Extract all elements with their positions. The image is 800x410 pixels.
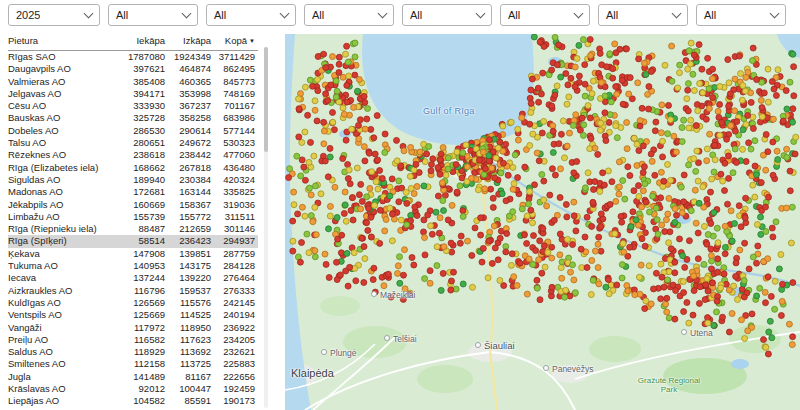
stop-dot[interactable] (754, 260, 760, 266)
stop-dot[interactable] (679, 210, 685, 216)
stop-dot[interactable] (612, 41, 618, 47)
stop-dot[interactable] (323, 91, 329, 97)
stop-dot[interactable] (691, 273, 697, 279)
stop-dot[interactable] (301, 164, 307, 170)
stop-dot[interactable] (634, 141, 640, 147)
cell-iekapa[interactable]: 116582 (120, 334, 168, 346)
stop-dot[interactable] (620, 101, 626, 107)
stop-dot[interactable] (766, 194, 772, 200)
stop-dot[interactable] (318, 191, 324, 197)
stop-dot[interactable] (557, 195, 563, 201)
stop-dot[interactable] (480, 149, 486, 155)
cell-pietura[interactable]: Jelgavas AO (8, 88, 120, 100)
stop-dot[interactable] (429, 162, 435, 168)
stop-dot[interactable] (619, 275, 625, 281)
stop-dot[interactable] (722, 160, 728, 166)
stop-dot[interactable] (429, 231, 435, 237)
stop-dot[interactable] (677, 70, 683, 76)
stop-dot[interactable] (307, 77, 313, 83)
cell-iekapa[interactable]: 58514 (120, 235, 168, 247)
stop-dot[interactable] (643, 72, 649, 78)
stop-dot[interactable] (609, 179, 615, 185)
stop-dot[interactable] (595, 151, 601, 157)
stop-dot[interactable] (497, 278, 503, 284)
cell-pietura[interactable]: Rīga (Spīķeri) (8, 235, 120, 247)
stop-dot[interactable] (701, 223, 707, 229)
stop-dot[interactable] (576, 73, 582, 79)
stop-dot[interactable] (368, 214, 374, 220)
stop-dot[interactable] (395, 263, 401, 269)
stop-dot[interactable] (571, 213, 577, 219)
stop-dot[interactable] (528, 207, 534, 213)
stop-dot[interactable] (441, 244, 447, 250)
stop-dot[interactable] (369, 169, 375, 175)
stop-dot[interactable] (679, 139, 685, 145)
stop-dot[interactable] (705, 55, 711, 61)
stop-dot[interactable] (404, 222, 410, 228)
stop-dot[interactable] (706, 106, 712, 112)
stop-dot[interactable] (603, 138, 609, 144)
stop-dot[interactable] (685, 81, 691, 87)
stop-dot[interactable] (556, 42, 562, 48)
stop-dot[interactable] (587, 115, 593, 121)
stop-dot[interactable] (787, 188, 793, 194)
stop-dot[interactable] (707, 131, 713, 137)
stop-dot[interactable] (632, 292, 638, 298)
stop-dot[interactable] (344, 99, 350, 105)
stop-dot[interactable] (358, 181, 364, 187)
stop-dot[interactable] (441, 208, 447, 214)
stop-dot[interactable] (790, 280, 796, 286)
stop-dot[interactable] (791, 64, 797, 70)
stop-dot[interactable] (457, 183, 463, 189)
stop-dot[interactable] (401, 272, 407, 278)
stop-dot[interactable] (681, 309, 687, 315)
stop-dot[interactable] (658, 261, 664, 267)
stop-dot[interactable] (658, 130, 664, 136)
stop-dot[interactable] (754, 293, 760, 299)
stop-dot[interactable] (312, 204, 318, 210)
stop-dot[interactable] (323, 261, 329, 267)
stop-dot[interactable] (485, 275, 491, 281)
stop-dot[interactable] (681, 199, 687, 205)
stop-dot[interactable] (530, 131, 536, 137)
stop-dot[interactable] (345, 176, 351, 182)
stop-dot[interactable] (491, 223, 497, 229)
cell-iekapa[interactable]: 155739 (120, 211, 168, 223)
stop-dot[interactable] (788, 240, 794, 246)
stop-dot[interactable] (550, 128, 556, 134)
cell-kopa[interactable]: 477060 (214, 149, 258, 161)
stop-dot[interactable] (769, 225, 775, 231)
stop-dot[interactable] (736, 53, 742, 59)
stop-dot[interactable] (705, 232, 711, 238)
cell-pietura[interactable]: Bauskas AO (8, 112, 120, 124)
table-row[interactable]: Jugla14148981167222656 (8, 371, 258, 383)
stop-dot[interactable] (313, 183, 319, 189)
stop-dot[interactable] (564, 214, 570, 220)
stop-dot[interactable] (737, 247, 743, 253)
cell-kopa[interactable]: 701167 (214, 100, 258, 112)
stop-dot[interactable] (362, 126, 368, 132)
stop-dot[interactable] (530, 262, 536, 268)
cell-izkapa[interactable]: 143175 (168, 260, 214, 272)
table-row[interactable]: Ventspils AO125669114525240194 (8, 309, 258, 321)
stop-dot[interactable] (635, 222, 641, 228)
column-header-pietura[interactable]: Pietura (8, 33, 120, 51)
stop-dot[interactable] (572, 290, 578, 296)
stop-dot[interactable] (703, 116, 709, 122)
cell-kopa[interactable]: 748169 (214, 88, 258, 100)
table-row[interactable]: Rīga (Elizabetes iela)168662267818436480 (8, 162, 258, 174)
stop-dot[interactable] (514, 283, 520, 289)
stop-dot[interactable] (374, 113, 380, 119)
stop-dot[interactable] (592, 145, 598, 151)
stop-dot[interactable] (681, 172, 687, 178)
stop-dot[interactable] (589, 91, 595, 97)
stop-dot[interactable] (659, 274, 665, 280)
stop-dot[interactable] (362, 158, 368, 164)
stop-dot[interactable] (296, 96, 302, 102)
cell-izkapa[interactable]: 238442 (168, 149, 214, 161)
stop-dot[interactable] (640, 143, 646, 149)
stop-dot[interactable] (646, 263, 652, 269)
stop-dot[interactable] (685, 87, 691, 93)
cell-iekapa[interactable]: 147908 (120, 248, 168, 260)
stop-dot[interactable] (666, 102, 672, 108)
